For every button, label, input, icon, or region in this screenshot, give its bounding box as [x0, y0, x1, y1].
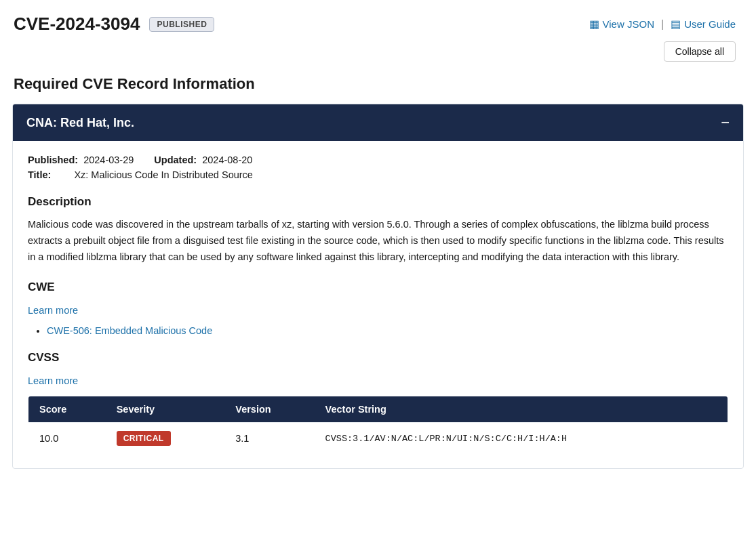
cna-header-title: CNA: Red Hat, Inc.: [26, 116, 134, 130]
cvss-table-header-row: Score Severity Version Vector String: [28, 396, 728, 422]
critical-badge: CRITICAL: [117, 431, 171, 446]
cwe-list: CWE-506: Embedded Malicious Code: [28, 325, 728, 336]
view-json-icon: ▦: [589, 18, 599, 30]
severity-cell: CRITICAL: [106, 422, 225, 454]
cna-card: CNA: Red Hat, Inc. − Published: 2024-03-…: [12, 104, 744, 469]
col-vector-string: Vector String: [315, 396, 728, 422]
view-json-link[interactable]: ▦ View JSON: [589, 18, 654, 30]
table-row: 10.0 CRITICAL 3.1 CVSS:3.1/AV:N/AC:L/PR:…: [28, 422, 728, 454]
version-cell: 3.1: [224, 422, 314, 454]
vector-string-cell: CVSS:3.1/AV:N/AC:L/PR:N/UI:N/S:C/C:H/I:H…: [315, 422, 728, 454]
cvss-table-body: 10.0 CRITICAL 3.1 CVSS:3.1/AV:N/AC:L/PR:…: [28, 422, 728, 454]
view-json-label: View JSON: [603, 18, 654, 30]
cna-card-header: CNA: Red Hat, Inc. −: [13, 104, 743, 141]
cwe-learn-more-link[interactable]: Learn more: [28, 305, 78, 316]
title-row: Title: Xz: Malicious Code In Distributed…: [28, 169, 728, 180]
cve-id-title: CVE-2024-3094: [14, 14, 140, 35]
user-guide-label: User Guide: [684, 18, 736, 30]
collapse-all-button[interactable]: Collapse all: [664, 41, 736, 62]
header-separator: |: [661, 18, 664, 30]
cvss-table-head: Score Severity Version Vector String: [28, 396, 728, 422]
list-item: CWE-506: Embedded Malicious Code: [47, 325, 728, 336]
description-text: Malicious code was discovered in the ups…: [28, 217, 728, 266]
updated-label: Updated: 2024-08-20: [154, 154, 252, 165]
user-guide-link[interactable]: ▤ User Guide: [671, 18, 736, 30]
col-score: Score: [28, 396, 106, 422]
header-right: ▦ View JSON | ▤ User Guide: [589, 18, 736, 30]
vector-string-value: CVSS:3.1/AV:N/AC:L/PR:N/UI:N/S:C/C:H/I:H…: [325, 434, 567, 444]
metadata-row: Published: 2024-03-29 Updated: 2024-08-2…: [28, 154, 728, 165]
header-left: CVE-2024-3094 PUBLISHED: [14, 14, 214, 35]
page-header: CVE-2024-3094 PUBLISHED ▦ View JSON | ▤ …: [0, 0, 756, 41]
status-badge: PUBLISHED: [149, 17, 214, 32]
cwe-heading: CWE: [28, 281, 728, 294]
cna-card-body: Published: 2024-03-29 Updated: 2024-08-2…: [13, 141, 743, 468]
published-label: Published: 2024-03-29: [28, 154, 134, 165]
cna-toggle-button[interactable]: −: [721, 115, 730, 130]
col-severity: Severity: [106, 396, 225, 422]
cwe-item-link[interactable]: CWE-506: Embedded Malicious Code: [47, 325, 212, 336]
section-heading: Required CVE Record Information: [0, 68, 756, 104]
user-guide-icon: ▤: [671, 18, 681, 30]
cvss-learn-more-link[interactable]: Learn more: [28, 375, 78, 386]
cvss-heading: CVSS: [28, 351, 728, 365]
collapse-bar: Collapse all: [0, 41, 756, 68]
col-version: Version: [224, 396, 314, 422]
description-heading: Description: [28, 195, 728, 209]
cvss-table: Score Severity Version Vector String 10.…: [28, 396, 728, 455]
score-cell: 10.0: [28, 422, 106, 454]
